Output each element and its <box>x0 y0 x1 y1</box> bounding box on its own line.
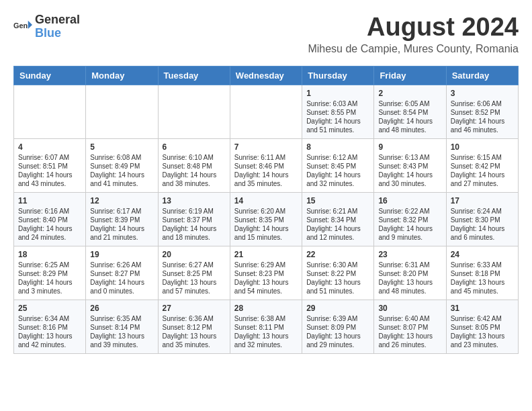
day-number: 8 <box>306 142 369 152</box>
day-info: Sunrise: 6:05 AM <box>378 99 441 108</box>
day-info: Sunrise: 6:17 AM <box>90 207 153 216</box>
calendar-cell: 15Sunrise: 6:21 AMSunset: 8:34 PMDayligh… <box>302 192 374 246</box>
day-info: Sunrise: 6:12 AM <box>306 153 369 162</box>
weekday-sunday: Sunday <box>14 66 86 85</box>
day-number: 26 <box>90 304 153 313</box>
day-info: Daylight: 13 hours and 45 minutes. <box>451 278 514 295</box>
calendar-week-1: 1Sunrise: 6:03 AMSunset: 8:55 PMDaylight… <box>14 85 519 138</box>
day-info: Daylight: 14 hours and 12 minutes. <box>306 224 369 242</box>
calendar-cell: 12Sunrise: 6:17 AMSunset: 8:39 PMDayligh… <box>86 192 158 246</box>
calendar-cell: 6Sunrise: 6:10 AMSunset: 8:48 PMDaylight… <box>158 138 230 192</box>
calendar-cell <box>14 85 86 138</box>
day-number: 13 <box>163 196 226 205</box>
day-info: Sunset: 8:45 PM <box>306 162 369 171</box>
day-number: 24 <box>451 250 514 259</box>
calendar-cell: 30Sunrise: 6:40 AMSunset: 8:07 PMDayligh… <box>374 300 446 353</box>
day-info: Sunset: 8:40 PM <box>18 216 81 224</box>
day-info: Sunset: 8:46 PM <box>234 162 298 171</box>
day-info: Sunset: 8:34 PM <box>306 216 369 224</box>
day-info: Daylight: 14 hours and 41 minutes. <box>90 171 153 188</box>
calendar-cell: 31Sunrise: 6:42 AMSunset: 8:05 PMDayligh… <box>446 300 518 353</box>
day-info: Sunset: 8:27 PM <box>90 269 153 278</box>
calendar-cell: 5Sunrise: 6:08 AMSunset: 8:49 PMDaylight… <box>86 138 158 192</box>
calendar-cell: 13Sunrise: 6:19 AMSunset: 8:37 PMDayligh… <box>158 192 230 246</box>
day-info: Daylight: 14 hours and 32 minutes. <box>306 171 369 188</box>
day-number: 6 <box>163 142 226 152</box>
day-number: 23 <box>378 250 441 259</box>
calendar-cell: 28Sunrise: 6:38 AMSunset: 8:11 PMDayligh… <box>230 300 302 353</box>
month-year: August 2024 <box>308 13 519 42</box>
day-info: Sunrise: 6:22 AM <box>378 207 441 216</box>
day-info: Sunrise: 6:06 AM <box>451 99 514 108</box>
day-info: Sunrise: 6:31 AM <box>378 261 441 269</box>
logo-icon: Gen <box>13 17 32 36</box>
calendar-cell: 19Sunrise: 6:26 AMSunset: 8:27 PMDayligh… <box>86 246 158 300</box>
calendar-cell: 26Sunrise: 6:35 AMSunset: 8:14 PMDayligh… <box>86 300 158 353</box>
day-info: Daylight: 13 hours and 35 minutes. <box>163 332 226 349</box>
day-info: Sunset: 8:22 PM <box>306 269 369 278</box>
day-info: Sunset: 8:42 PM <box>451 162 514 171</box>
calendar-week-4: 18Sunrise: 6:25 AMSunset: 8:29 PMDayligh… <box>14 246 519 300</box>
day-info: Sunset: 8:49 PM <box>90 162 153 171</box>
day-number: 29 <box>306 304 369 313</box>
weekday-monday: Monday <box>86 66 158 85</box>
day-number: 21 <box>234 250 298 259</box>
day-info: Sunset: 8:39 PM <box>90 216 153 224</box>
day-info: Sunrise: 6:34 AM <box>18 314 81 323</box>
day-info: Sunrise: 6:30 AM <box>306 261 369 269</box>
weekday-wednesday: Wednesday <box>230 66 302 85</box>
day-info: Sunset: 8:51 PM <box>18 162 81 171</box>
day-info: Sunset: 8:52 PM <box>451 108 514 117</box>
day-info: Sunrise: 6:38 AM <box>234 314 298 323</box>
day-info: Daylight: 14 hours and 15 minutes. <box>234 224 298 242</box>
day-info: Sunrise: 6:42 AM <box>451 314 514 323</box>
calendar-cell: 18Sunrise: 6:25 AMSunset: 8:29 PMDayligh… <box>14 246 86 300</box>
day-info: Daylight: 13 hours and 29 minutes. <box>306 332 369 349</box>
day-info: Sunset: 8:29 PM <box>18 269 81 278</box>
calendar-cell: 9Sunrise: 6:13 AMSunset: 8:43 PMDaylight… <box>374 138 446 192</box>
svg-text:Gen: Gen <box>13 21 28 29</box>
day-info: Sunrise: 6:39 AM <box>306 314 369 323</box>
day-info: Daylight: 13 hours and 32 minutes. <box>234 332 298 349</box>
day-info: Daylight: 13 hours and 26 minutes. <box>378 332 441 349</box>
day-number: 27 <box>163 304 226 313</box>
day-info: Sunrise: 6:08 AM <box>90 153 153 162</box>
day-number: 7 <box>234 142 298 152</box>
day-info: Daylight: 14 hours and 27 minutes. <box>451 171 514 188</box>
day-info: Sunset: 8:16 PM <box>18 323 81 332</box>
day-info: Sunset: 8:18 PM <box>451 269 514 278</box>
day-info: Daylight: 13 hours and 54 minutes. <box>234 278 298 295</box>
weekday-thursday: Thursday <box>302 66 374 85</box>
day-info: Sunset: 8:12 PM <box>163 323 226 332</box>
calendar-cell: 25Sunrise: 6:34 AMSunset: 8:16 PMDayligh… <box>14 300 86 353</box>
day-number: 9 <box>378 142 441 152</box>
day-number: 25 <box>18 304 81 313</box>
day-info: Sunset: 8:23 PM <box>234 269 298 278</box>
day-info: Daylight: 14 hours and 3 minutes. <box>18 278 81 295</box>
calendar-cell: 23Sunrise: 6:31 AMSunset: 8:20 PMDayligh… <box>374 246 446 300</box>
day-number: 22 <box>306 250 369 259</box>
day-info: Sunrise: 6:36 AM <box>163 314 226 323</box>
day-number: 19 <box>90 250 153 259</box>
logo-general: General <box>35 13 80 27</box>
day-info: Sunrise: 6:03 AM <box>306 99 369 108</box>
calendar-cell: 11Sunrise: 6:16 AMSunset: 8:40 PMDayligh… <box>14 192 86 246</box>
day-number: 15 <box>306 196 369 205</box>
day-info: Sunrise: 6:25 AM <box>18 261 81 269</box>
day-info: Daylight: 14 hours and 6 minutes. <box>451 224 514 242</box>
day-number: 12 <box>90 196 153 205</box>
calendar-cell: 4Sunrise: 6:07 AMSunset: 8:51 PMDaylight… <box>14 138 86 192</box>
day-info: Sunrise: 6:15 AM <box>451 153 514 162</box>
calendar-cell <box>158 85 230 138</box>
day-info: Daylight: 13 hours and 57 minutes. <box>163 278 226 295</box>
calendar-cell: 7Sunrise: 6:11 AMSunset: 8:46 PMDaylight… <box>230 138 302 192</box>
day-number: 28 <box>234 304 298 313</box>
day-info: Sunset: 8:11 PM <box>234 323 298 332</box>
day-info: Daylight: 13 hours and 39 minutes. <box>90 332 153 349</box>
calendar-cell: 24Sunrise: 6:33 AMSunset: 8:18 PMDayligh… <box>446 246 518 300</box>
logo: Gen General Blue <box>13 13 80 40</box>
day-number: 2 <box>378 89 441 98</box>
day-info: Sunset: 8:25 PM <box>163 269 226 278</box>
day-number: 10 <box>451 142 514 152</box>
day-info: Sunset: 8:20 PM <box>378 269 441 278</box>
